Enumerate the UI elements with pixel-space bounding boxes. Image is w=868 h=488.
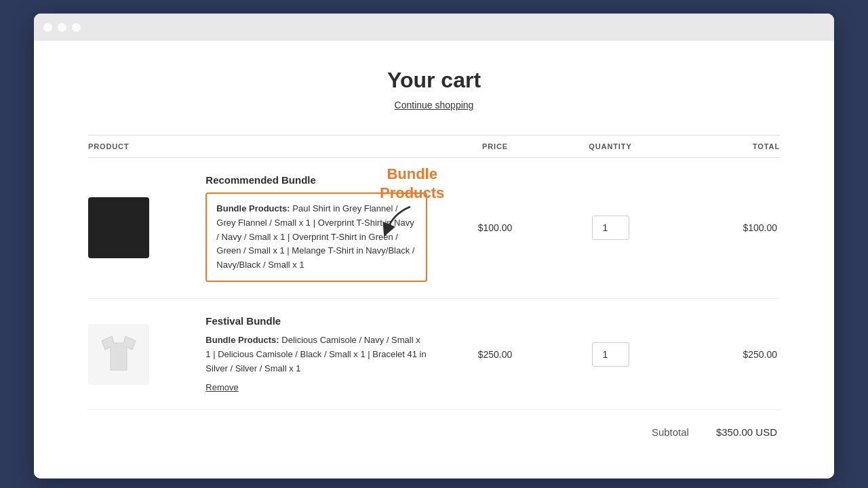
browser-dot-2 xyxy=(58,23,66,32)
total-cell-2: $250.00 xyxy=(671,349,780,360)
header-total: TOTAL xyxy=(671,142,780,150)
header-price: PRICE xyxy=(441,142,549,150)
cart-row-1: Bundle Products xyxy=(88,158,780,299)
price-cell-2: $250.00 xyxy=(441,349,549,360)
svg-marker-4 xyxy=(102,336,136,370)
quantity-input-1[interactable] xyxy=(592,216,629,240)
bundle-box-1: Bundle Products: Paul Shirt in Grey Flan… xyxy=(205,192,427,282)
quantity-cell-2 xyxy=(549,342,671,367)
svg-marker-0 xyxy=(102,209,136,243)
quantity-cell-1 xyxy=(549,216,671,240)
product-name-1: Recommended Bundle xyxy=(205,174,427,186)
subtotal-value: $350.00 USD xyxy=(716,426,777,438)
product-details-1: Recommended Bundle Bundle Products: Paul… xyxy=(205,174,441,282)
bundle-products-label-2: Bundle Products: xyxy=(205,335,279,345)
product-details-2: Festival Bundle Bundle Products: Delicio… xyxy=(205,315,441,393)
browser-titlebar xyxy=(34,14,834,41)
page-title: Your cart xyxy=(88,68,780,93)
product-image-col-2 xyxy=(88,324,205,385)
browser-dot-3 xyxy=(72,23,81,32)
header-product: PRODUCT xyxy=(88,142,205,150)
page-content: Your cart Continue shopping PRODUCT PRIC… xyxy=(34,41,834,479)
product-name-2: Festival Bundle xyxy=(205,315,427,327)
header-quantity: QUANTITY xyxy=(549,142,671,150)
header-desc xyxy=(205,142,441,150)
svg-point-3 xyxy=(120,226,123,229)
browser-dot-1 xyxy=(43,23,52,32)
bundle-text-2: Bundle Products: Delicious Camisole / Na… xyxy=(205,333,427,375)
browser-window: Your cart Continue shopping PRODUCT PRIC… xyxy=(34,14,834,479)
subtotal-row: Subtotal $350.00 USD xyxy=(88,410,780,438)
subtotal-label: Subtotal xyxy=(652,426,689,438)
product-image-white xyxy=(88,324,149,385)
tshirt-white-svg xyxy=(95,331,142,378)
quantity-input-2[interactable] xyxy=(592,342,629,367)
product-image-col-1 xyxy=(88,197,205,258)
tshirt-dark-svg xyxy=(95,204,142,251)
cart-table-header: PRODUCT PRICE QUANTITY TOTAL xyxy=(88,135,780,158)
svg-point-2 xyxy=(115,226,117,229)
cart-row-2: Festival Bundle Bundle Products: Delicio… xyxy=(88,299,780,410)
bundle-products-label-1: Bundle Products: xyxy=(216,203,290,214)
continue-shopping-link[interactable]: Continue shopping xyxy=(88,100,780,110)
remove-button-2[interactable]: Remove xyxy=(205,382,238,392)
product-image-dark xyxy=(88,197,149,258)
total-cell-1: $100.00 xyxy=(671,222,780,233)
price-cell-1: $100.00 xyxy=(441,222,549,233)
svg-point-1 xyxy=(111,222,127,238)
